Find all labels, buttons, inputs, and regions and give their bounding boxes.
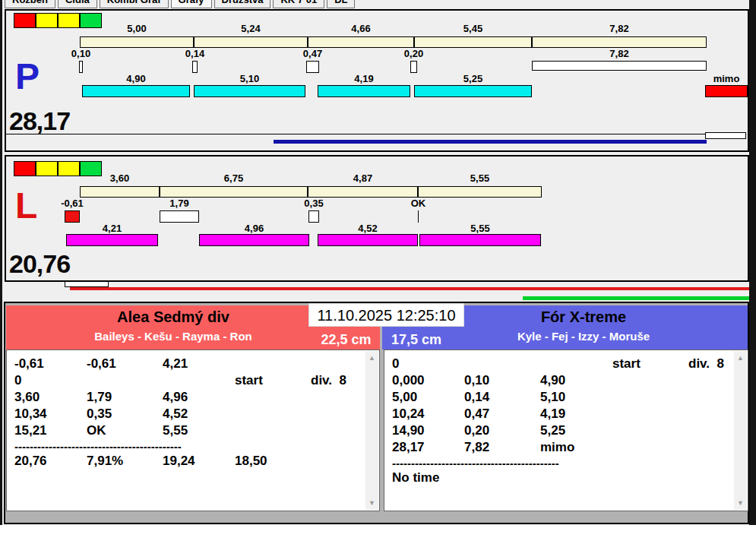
exchange-time-label: -0,61 <box>42 198 103 209</box>
result-cell: div. 8 <box>688 356 724 372</box>
dog-run-bar <box>82 85 190 97</box>
result-row: -0,61-0,614,21 <box>7 356 365 373</box>
split-time-label: 7,82 <box>589 24 650 34</box>
datetime-box: 11.10.2025 12:25:10 <box>308 303 464 327</box>
exchange-time-label: 0,10 <box>51 49 112 59</box>
dog-run-bar <box>318 85 410 97</box>
split-bar-segment <box>308 36 414 48</box>
split-bar-segment <box>418 186 542 198</box>
result-cell: 0,10 <box>464 373 489 388</box>
status-square <box>36 13 58 28</box>
tab-dru-stva[interactable]: Družstva <box>214 0 271 8</box>
team-members-left: Baileys - Kešu - Rayma - Ron <box>6 330 340 343</box>
scrollbar-left[interactable]: ▲ ▼ <box>365 351 378 510</box>
result-cell: 4,21 <box>163 356 188 372</box>
l-progress-end-box <box>65 281 109 287</box>
tab-rozbeh[interactable]: Rozbeh <box>5 0 55 8</box>
exchange-mark <box>65 210 80 223</box>
lane-total-time-p: 28,17 <box>9 108 70 134</box>
scroll-up-icon[interactable]: ▲ <box>365 352 378 364</box>
tab-cidla[interactable]: Cidla <box>58 0 97 8</box>
app-window: RozbehCidlaKombi GrafGrafyDružstvaKK 7 0… <box>0 0 756 544</box>
separator-row: ----------------------------------------… <box>384 457 733 470</box>
dog-run-bar <box>194 85 305 97</box>
result-row: 14,900,205,25 <box>384 423 733 440</box>
result-row: 5,000,145,10 <box>384 390 733 406</box>
split-time-label: 5,24 <box>220 24 281 34</box>
scroll-down-icon[interactable]: ▼ <box>734 497 747 509</box>
result-cell: 3,60 <box>14 390 40 405</box>
tab-dl[interactable]: DL <box>327 0 355 8</box>
split-bar-segment <box>160 186 308 198</box>
result-row: No time <box>384 470 733 487</box>
exchange-time-label: OK <box>388 198 449 209</box>
result-cell: 0 <box>14 373 21 388</box>
tab-bar: RozbehCidlaKombi GrafGrafyDružstvaKK 7 0… <box>5 0 430 9</box>
scroll-down-icon[interactable]: ▼ <box>365 497 378 509</box>
result-cell: 10,24 <box>392 406 425 422</box>
team-name-right: Fór X-treme <box>424 308 743 326</box>
result-row: 10,240,474,19 <box>384 406 733 423</box>
dog-time-label: 5,25 <box>443 74 504 84</box>
scroll-up-icon[interactable]: ▲ <box>734 352 747 364</box>
split-time-label: 5,00 <box>106 24 167 34</box>
split-time-label: 4,87 <box>333 173 394 184</box>
window-left-edge <box>0 0 2 525</box>
split-bar-segment <box>80 186 160 198</box>
result-cell: -0,61 <box>14 356 44 372</box>
result-cell: 5,00 <box>392 390 417 405</box>
lane-total-time-l: 20,76 <box>9 251 70 277</box>
l-progress-red-line <box>70 287 749 290</box>
split-bar-segment <box>532 36 707 48</box>
result-cell: 4,90 <box>540 373 565 388</box>
result-row: 10,340,354,52 <box>7 406 365 423</box>
result-cell: 5,10 <box>540 390 565 405</box>
result-cell: 0 <box>392 356 399 372</box>
exchange-time-label: 0,14 <box>165 49 226 59</box>
results-footer: Alea Sedmý div Baileys - Kešu - Rayma - … <box>4 302 749 524</box>
result-rows-left: -0,61-0,614,210startdiv. 83,601,794,9610… <box>7 356 365 509</box>
exchange-mark <box>160 210 199 223</box>
result-cell: 20,76 <box>14 454 47 469</box>
dog-time-label: 5,55 <box>450 223 511 234</box>
result-cell: OK <box>87 423 106 438</box>
dog-run-bar <box>66 234 158 246</box>
split-time-label: 6,75 <box>204 173 264 184</box>
result-row: 3,601,794,96 <box>7 390 365 406</box>
tab-kombi-graf[interactable]: Kombi Graf <box>100 0 169 8</box>
tab-kk-7-01[interactable]: KK 7 01 <box>273 0 324 8</box>
result-row: 15,21OK5,55 <box>7 423 365 440</box>
exchange-mark <box>306 61 319 73</box>
split-bar-segment <box>194 36 308 48</box>
exchange-mark <box>79 61 83 73</box>
team-table-right: 0startdiv. 80,0000,104,905,000,145,1010,… <box>384 349 748 511</box>
result-cell: 4,96 <box>163 390 188 405</box>
exchange-ok-tick <box>418 210 419 223</box>
dog-time-label: 4,21 <box>82 223 143 234</box>
result-cell: start <box>235 373 263 388</box>
split-time-label: 4,66 <box>331 24 391 34</box>
tab-grafy[interactable]: Grafy <box>171 0 212 8</box>
result-cell: start <box>612 356 641 372</box>
result-cell: 5,25 <box>540 423 565 438</box>
team-name-left: Alea Sedmý div <box>6 308 340 326</box>
dog-time-label: 5,10 <box>220 74 280 84</box>
dog-time-label: 4,96 <box>224 223 285 234</box>
status-square <box>58 161 80 176</box>
result-cell: 28,17 <box>392 440 425 455</box>
l-progress-green-line <box>523 296 749 300</box>
result-cell: 4,19 <box>540 406 565 422</box>
split-bar-segment <box>80 36 194 48</box>
lane-letter-l: L <box>15 188 37 223</box>
scrollbar-right[interactable]: ▲ ▼ <box>734 351 747 510</box>
result-cell: div. 8 <box>311 373 346 388</box>
team-table-left: -0,61-0,614,210startdiv. 83,601,794,9610… <box>6 349 380 511</box>
result-cell: 18,50 <box>235 454 267 469</box>
result-row: 20,767,91%19,2418,50 <box>7 454 365 470</box>
result-cell: 1,79 <box>87 390 112 405</box>
result-cell: 7,91% <box>87 454 123 469</box>
result-cell: 0,35 <box>87 406 112 422</box>
result-row: 0startdiv. 8 <box>7 373 365 390</box>
status-square <box>36 161 58 176</box>
baseline-end-box <box>705 132 746 139</box>
